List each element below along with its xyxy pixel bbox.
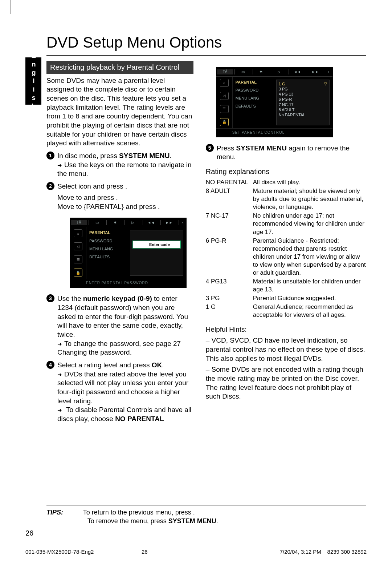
osd-menu-item: DEFAULTS — [233, 102, 276, 110]
step-bullet-3-icon: 3 — [46, 294, 54, 302]
step-5: 5 Press SYSTEM MENU again to remove the … — [206, 144, 367, 162]
rating-desc: No children under age 17; not recommende… — [253, 212, 367, 236]
osd-tab-icon: TÅ — [217, 69, 233, 74]
step-2-line3: Move to {PARENTAL} and press . — [57, 202, 193, 211]
osd-tab-icon: ►► — [160, 220, 177, 225]
osd-side-icon: ◁ — [220, 92, 229, 100]
osd-sidebar: ⌂ ◁ ☰ 🔒 — [216, 77, 233, 128]
step-4-sub2: To disable Parental Controls and have al… — [57, 405, 193, 423]
rating-label: 1 G — [206, 303, 253, 319]
tips-label: TIPS: — [46, 509, 63, 516]
rating-label: NO PARENTAL — [206, 178, 253, 186]
step-bullet-2-icon: 2 — [46, 182, 54, 190]
rating-label: 6 PG-R — [206, 237, 253, 277]
ratings-list: NO PARENTALAll discs will play.8 ADULTMa… — [206, 178, 367, 319]
step-bullet-1-icon: 1 — [46, 152, 54, 160]
osd-sidebar: ⌂ ◁ ☰ 🔒 — [70, 227, 86, 279]
rating-desc: Parental Guidance - Restricted; recommen… — [253, 237, 367, 277]
rating-label: 3 PG — [206, 294, 253, 302]
step-2-line2: Move to and press . — [57, 193, 193, 202]
rating-row: NO PARENTALAll discs will play. — [206, 178, 367, 186]
chevron-down-icon: ▽ — [324, 81, 327, 86]
osd-menu: PARENTAL PASSWORD MENU LANG DEFAULTS — [233, 77, 276, 128]
footer-page: 26 — [142, 548, 148, 556]
footer-file: 001-035-MX2500D-78-Eng2 — [25, 548, 94, 556]
osd-tab-icon: ◄◄ — [143, 220, 159, 225]
rating-label: 8 ADULT — [206, 187, 253, 211]
rating-desc: Parental Guidance suggested. — [253, 294, 367, 302]
osd-footer: SET PARENTAL CONTROL — [216, 128, 332, 137]
osd-menu-item: PARENTAL — [233, 78, 276, 86]
title-rule — [46, 55, 366, 56]
tips-line-1: To return to the previous menu, press . — [83, 509, 195, 516]
step-bullet-5-icon: 5 — [206, 144, 214, 152]
tips-bar: TIPS: To return to the previous menu, pr… — [46, 505, 366, 525]
osd-figure-levels: TÅ ▭ ✱ ▷ ◄◄ ►► › ⌂ ◁ ☰ 🔒 PAR — [216, 67, 333, 137]
step-3-text: Use the numeric keypad (0-9) to enter 12… — [57, 295, 188, 338]
osd-tab-icon: ▭ — [89, 220, 105, 225]
osd-tab-icon: ▭ — [234, 69, 251, 74]
osd-menu-item: PASSWORD — [86, 237, 130, 245]
rating-desc: All discs will play. — [253, 178, 367, 186]
print-footer: 001-035-MX2500D-78-Eng2 26 7/20/04, 3:12… — [25, 548, 367, 556]
hint-item: – Some DVDs are not encoded with a ratin… — [206, 365, 367, 401]
step-4-text: Select a rating level and press OK. — [57, 361, 164, 369]
step-4-sub1: DVDs that are rated above the level you … — [57, 370, 193, 406]
step-3-sub: To change the password, see page 27 Chan… — [57, 339, 193, 357]
footer-right: 7/20/04, 3:12 PM 8239 300 32892 — [280, 548, 367, 556]
section-header: Restricting playback by Parental Control — [46, 61, 193, 74]
rating-row: 4 PG13Material is unsuitable for childre… — [206, 278, 367, 294]
step-2-line1: Select icon and press . — [57, 182, 127, 190]
ratings-heading: Rating explanations — [206, 167, 367, 176]
crop-mark — [10, 0, 11, 14]
page-number: 26 — [25, 528, 33, 538]
rating-row: 8 ADULTMature material; should be viewed… — [206, 187, 367, 211]
hint-item: – VCD, SVCD, CD have no level indication… — [206, 336, 367, 363]
osd-side-icon: ☰ — [74, 255, 82, 263]
crop-mark — [0, 13, 14, 13]
rating-label: 4 PG13 — [206, 278, 253, 294]
osd-menu-item: PARENTAL — [86, 229, 130, 237]
column-left: Restricting playback by Parental Control… — [46, 61, 193, 426]
osd-tab-icon: ▷ — [124, 220, 141, 225]
osd-tab-arrow-icon: › — [179, 220, 185, 225]
osd-panel: ‒ ‒‒ ‒‒ Enter code — [130, 230, 183, 276]
tips-line-2: To remove the menu, press SYSTEM MENU. — [87, 517, 218, 525]
osd-figure-password: TÅ ▭ ✱ ▷ ◄◄ ►► › ⌂ ◁ ☰ 🔒 PAR — [70, 218, 187, 288]
rating-row: 1 GGeneral Audience; recommended as acce… — [206, 303, 367, 319]
step-bullet-4-icon: 4 — [46, 361, 54, 369]
rating-desc: Material is unsuitable for children unde… — [253, 278, 367, 294]
osd-menu-item: PASSWORD — [233, 86, 276, 94]
rating-desc: Mature material; should be viewed only b… — [253, 187, 367, 211]
osd-side-icon: ☰ — [220, 105, 229, 113]
section-intro: Some DVDs may have a parental level assi… — [46, 76, 193, 148]
osd-menu-item: MENU LANG — [86, 245, 130, 253]
rating-label: 7 NC-17 — [206, 212, 253, 236]
osd-tab-icon: ✱ — [253, 69, 269, 74]
osd-topbar: TÅ ▭ ✱ ▷ ◄◄ ►► › — [70, 218, 186, 227]
osd-password-input: Enter code — [132, 241, 181, 249]
step-5-text: Press SYSTEM MENU again to remove the me… — [217, 144, 350, 161]
osd-tab-icon: ✱ — [106, 220, 123, 225]
step-1: 1 In disc mode, press SYSTEM MENU. Use t… — [46, 152, 193, 178]
step-1-sub: Use the keys on the remote to navigate i… — [57, 161, 193, 178]
step-4: 4 Select a rating level and press OK. DV… — [46, 361, 193, 424]
step-1-text: In disc mode, press SYSTEM MENU. — [57, 152, 172, 160]
osd-menu: PARENTAL PASSWORD MENU LANG DEFAULTS — [86, 227, 130, 279]
osd-side-icon: ⌂ — [74, 229, 82, 237]
osd-menu-item: DEFAULTS — [86, 253, 130, 261]
rating-desc: General Audience; recommended as accepta… — [253, 303, 367, 319]
osd-side-icon: ◁ — [74, 242, 82, 250]
osd-tab-icon: ►► — [307, 69, 323, 74]
page-title: DVD Setup Menu Options — [46, 33, 367, 53]
lock-icon: 🔒 — [220, 118, 229, 126]
rating-row: 6 PG-RParental Guidance - Restricted; re… — [206, 237, 367, 277]
osd-side-icon: ⌂ — [220, 79, 229, 87]
column-right: TÅ ▭ ✱ ▷ ◄◄ ►► › ⌂ ◁ ☰ 🔒 PAR — [206, 61, 367, 426]
step-2: 2 Select icon and press . — [46, 182, 193, 191]
osd-tab-icon: TÅ — [71, 220, 87, 225]
osd-menu-item: MENU LANG — [233, 94, 276, 102]
step-3: 3 Use the numeric keypad (0-9) to enter … — [46, 294, 193, 357]
osd-topbar: TÅ ▭ ✱ ▷ ◄◄ ►► › — [216, 68, 332, 77]
rating-row: 3 PGParental Guidance suggested. — [206, 294, 367, 302]
